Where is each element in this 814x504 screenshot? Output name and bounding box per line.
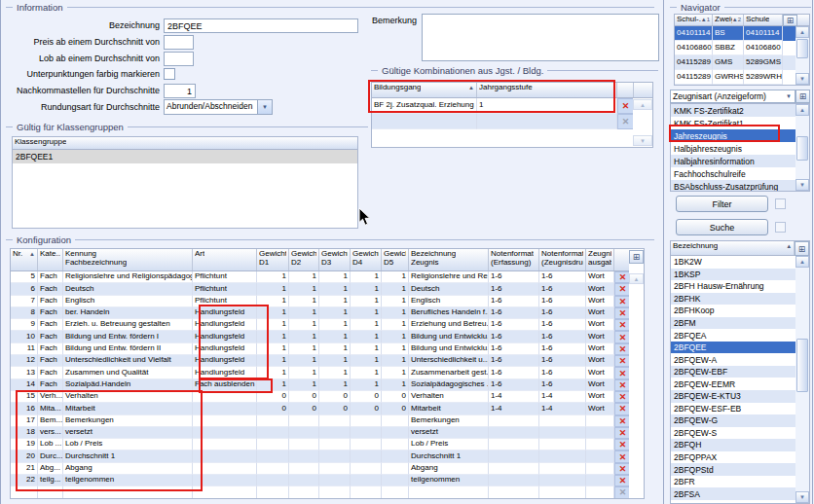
cell[interactable]: 1-6 [489,367,539,378]
list-item[interactable]: 2BFQEW-G [671,414,797,427]
column-header[interactable]: Art [193,249,257,270]
cell[interactable]: 1 [351,296,382,307]
cell[interactable]: 1 [351,283,382,295]
cell[interactable]: 1 [289,355,319,367]
cell[interactable]: 1-6 [539,283,586,295]
table-row[interactable]: 15Verh...Verhalten00000Verhalten1-41-4Wo… [11,391,644,403]
cell[interactable]: 1 [319,319,351,331]
cell[interactable]: 1-6 [489,331,539,342]
cell[interactable] [586,427,614,439]
cell[interactable]: 1 [382,355,409,367]
cell[interactable]: Wort [586,319,614,331]
cell[interactable]: Fach [38,283,63,295]
cell[interactable] [289,415,319,427]
list-item[interactable]: 2BFQEW-S [671,427,797,440]
column-header[interactable]: Nr.▲ [11,249,38,270]
cell[interactable]: Lob ... [38,439,63,450]
list-item[interactable]: 2BFQEW-ESF-EB [671,403,797,415]
cell[interactable]: 12 [11,355,38,367]
cell[interactable] [382,427,409,439]
cell[interactable]: 1 [477,98,617,114]
cell[interactable]: 1 [382,367,409,378]
cell[interactable] [257,439,289,450]
kombinationen-scrollbar[interactable]: ▲ ▼ [633,98,652,147]
cell[interactable]: Fach [38,319,63,331]
cell[interactable]: 2649AGY [744,85,783,86]
cell[interactable]: Wort [586,403,614,414]
cell[interactable]: Mitarbeit [63,403,193,414]
cell[interactable]: 1 [351,379,382,391]
cell[interactable]: Wort [586,379,614,391]
column-header[interactable]: Gewicht D2 [289,249,319,270]
cell[interactable]: 1-6 [489,271,539,283]
cell[interactable]: 1-6 [539,367,586,378]
cell[interactable]: Fach [38,271,63,283]
cell[interactable]: 1-6 [539,343,586,355]
column-header[interactable]: Gewicht D3 [319,249,351,270]
rundungsart-select[interactable]: Abrunden/Abschneiden ▼ [164,99,273,115]
cell[interactable]: Erzieh. u. Betreuung gestalten [63,319,193,331]
cell[interactable] [539,463,586,475]
cell[interactable]: Fach [38,343,63,355]
nachkomma-input[interactable] [164,84,196,98]
cell[interactable]: 1 [382,307,409,319]
cell[interactable]: 04162649 [675,85,713,86]
scrollbar-thumb[interactable] [796,39,808,58]
list-item[interactable]: 1BKSP [671,269,797,281]
list-item[interactable]: 2BFSA [671,487,797,500]
table-row[interactable]: 20Durc...Durchschnitt 1Durchschnitt 1✕ [11,450,644,462]
cell[interactable]: Bildung und Entw. fördern I [63,331,193,342]
cell[interactable]: 1 [257,331,289,342]
cell[interactable] [539,450,586,462]
scroll-up-icon[interactable]: ▲ [796,104,809,116]
cell[interactable] [193,427,257,439]
cell[interactable]: teilgenommen [63,475,193,486]
cell[interactable]: 1 [351,307,382,319]
cell[interactable]: Zusammenarbeit gest... [409,367,489,378]
column-header[interactable]: Kate... [38,249,63,270]
cell[interactable]: Handlungsfeld [193,355,257,367]
cell[interactable]: 1 [257,355,289,367]
cell[interactable]: 1 [382,331,409,342]
cell[interactable]: 1-4 [539,391,586,403]
cell[interactable]: 15 [11,391,38,403]
cell[interactable]: 1 [351,367,382,378]
cell[interactable]: 1-6 [539,307,586,319]
cell[interactable]: Handlungsfeld [193,307,257,319]
unterpunktungen-checkbox[interactable] [164,68,175,80]
cell[interactable]: Sozialpädagogisches ... [409,379,489,391]
cell[interactable]: Fach ausblenden [193,379,257,391]
list-item[interactable]: 2BFQEA [671,329,797,342]
cell[interactable]: 1 [289,283,319,295]
table-row[interactable]: 04115289GMS5289GMS [675,55,809,70]
list-item[interactable]: KMK FS-Zertifikat1 [671,117,797,129]
cell[interactable]: 0 [351,391,382,403]
cell[interactable]: 1 [289,367,319,378]
cell[interactable]: 5289WRHS [744,70,783,85]
cell[interactable]: 1 [319,283,351,295]
cell[interactable]: 0 [257,403,289,414]
cell[interactable] [382,475,409,486]
cell[interactable]: 14 [11,379,38,391]
cell[interactable] [489,439,539,450]
table-row[interactable]: 04106860SBBZ04106860 [675,41,809,55]
cell[interactable]: 21 [11,463,38,475]
cell[interactable] [382,450,409,462]
cell[interactable]: vers... [38,427,63,439]
cell[interactable]: Religionslehre und Re... [409,271,489,283]
cell[interactable]: 0 [382,403,409,414]
cell[interactable]: 1-6 [489,296,539,307]
cell[interactable]: 1 [319,296,351,307]
cell[interactable]: Handlungsfeld [193,367,257,378]
table-row[interactable]: 21Abg...AbgangAbgang✕ [11,463,644,475]
zeugnisart-scrollbar[interactable]: ▲ ▼ [796,104,809,191]
cell[interactable]: 1-6 [539,271,586,283]
cell[interactable]: versetzt [63,427,193,439]
chevron-down-icon[interactable]: ▼ [257,100,272,114]
table-row[interactable]: 17Bem...BemerkungenBemerkungen✕ [11,415,644,427]
cell[interactable]: 1 [319,271,351,283]
table-row[interactable]: 04115289GWRHS5289WRHS [675,70,809,85]
list-item[interactable]: 2BFQEE1 [13,150,357,163]
cell[interactable]: 04115289 [675,70,713,85]
cell[interactable]: 04106860 [744,41,783,55]
